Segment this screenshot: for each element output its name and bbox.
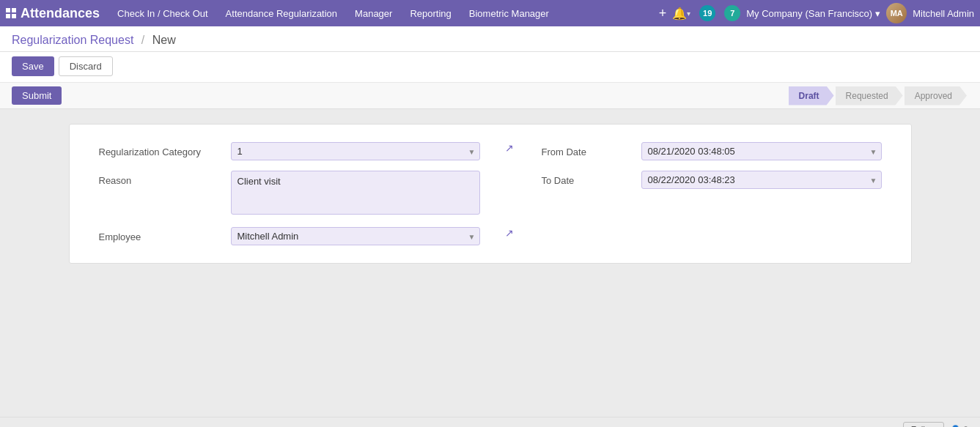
external-link-icon[interactable]: ↗ [505, 142, 514, 154]
main-content: Regularization Category 1 2 3 ▼ ↗ From D… [0, 109, 980, 417]
step-requested: Requested [836, 86, 903, 105]
regularization-category-select[interactable]: 1 2 3 [231, 142, 480, 160]
activity-button[interactable]: 19 [699, 5, 715, 21]
discard-button[interactable]: Discard [59, 56, 113, 76]
toolbar: Save Discard [0, 52, 980, 83]
nav-right: + 🔔 ▾ 19 7 My Company (San Francisco) ▾ … [659, 3, 974, 23]
reason-textarea[interactable] [231, 171, 480, 215]
employee-field: Mitchell Admin ▼ [231, 227, 480, 245]
company-dropdown-icon: ▾ [875, 8, 880, 19]
app-title: Attendances [21, 6, 100, 21]
reason-field [231, 171, 480, 217]
save-button[interactable]: Save [12, 56, 54, 76]
submit-button[interactable]: Submit [12, 86, 62, 105]
reason-label: Reason [99, 171, 231, 186]
status-bar: Submit Draft Requested Approved [0, 83, 980, 109]
plus-button[interactable]: + [659, 6, 667, 21]
username: Mitchell Admin [913, 8, 974, 19]
employee-link-icon[interactable]: ↗ [505, 227, 514, 239]
message-button[interactable]: 7 [724, 5, 740, 21]
employee-select[interactable]: Mitchell Admin [231, 227, 480, 245]
from-date-label: From Date [539, 142, 641, 157]
breadcrumb-current: New [152, 34, 176, 46]
user-avatar[interactable]: MA [886, 3, 907, 23]
regularization-category-field: 1 2 3 ▼ [231, 142, 480, 160]
to-date-select[interactable]: 08/22/2020 03:48:23 [641, 171, 882, 189]
from-date-field: 08/21/2020 03:48:05 ▼ [641, 142, 882, 160]
app-logo[interactable]: Attendances [6, 6, 100, 21]
employee-label: Employee [99, 227, 231, 242]
grid-icon [6, 8, 16, 18]
breadcrumb-bar: Regularization Request / New [0, 26, 980, 52]
step-draft: Draft [789, 86, 834, 105]
regularization-category-label: Regularization Category [99, 142, 231, 157]
form-card: Regularization Category 1 2 3 ▼ ↗ From D… [69, 124, 912, 264]
activity-badge: 19 [699, 5, 715, 21]
bell-icon: 🔔 [672, 7, 687, 21]
nav-regularization[interactable]: Attendance Regularization [217, 0, 347, 26]
follow-button[interactable]: Follow [903, 422, 945, 427]
to-date-label: To Date [539, 171, 641, 186]
nav-biometric[interactable]: Biometric Manager [460, 0, 558, 26]
nav-manager[interactable]: Manager [346, 0, 401, 26]
from-date-select[interactable]: 08/21/2020 03:48:05 [641, 142, 882, 160]
company-name: My Company (San Francisco) [746, 8, 872, 19]
employee-external-link[interactable]: ↗ [480, 227, 539, 239]
breadcrumb-parent[interactable]: Regularization Request [12, 34, 133, 46]
bell-button[interactable]: 🔔 ▾ [672, 7, 690, 21]
status-steps: Draft Requested Approved [789, 86, 968, 105]
company-selector[interactable]: My Company (San Francisco) ▾ [746, 8, 880, 19]
nav-items: Check In / Check Out Attendance Regulari… [108, 0, 656, 26]
top-navigation: Attendances Check In / Check Out Attenda… [0, 0, 980, 26]
nav-checkin[interactable]: Check In / Check Out [108, 0, 217, 26]
message-badge: 7 [724, 5, 740, 21]
nav-reporting[interactable]: Reporting [401, 0, 460, 26]
breadcrumb-separator: / [141, 34, 144, 46]
from-date-external-link[interactable]: ↗ [480, 142, 539, 154]
step-approved: Approved [905, 86, 967, 105]
to-date-field: 08/22/2020 03:48:23 ▼ [641, 171, 882, 189]
follow-bar: Follow 👤 0 [0, 417, 980, 427]
